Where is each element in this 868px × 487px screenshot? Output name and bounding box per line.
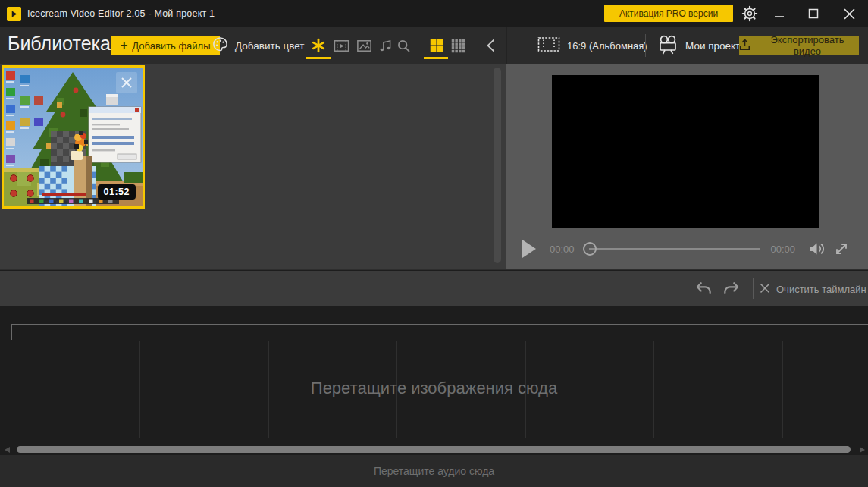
images-drop-placeholder: Перетащите изображения сюда — [0, 379, 868, 398]
filter-all-star-icon[interactable] — [309, 36, 327, 55]
undo-icon[interactable] — [694, 279, 713, 299]
main-toolbar: Библиотека + Добавить файлы Добавить цве… — [0, 27, 868, 64]
audio-drop-placeholder: Перетащите аудио сюда — [374, 465, 494, 477]
seek-slider[interactable] — [583, 241, 760, 256]
timeline-area[interactable]: Перетащите изображения сюда — [0, 306, 868, 455]
upload-icon — [739, 39, 750, 53]
audio-drop-zone[interactable]: Перетащите аудио сюда — [0, 455, 868, 487]
filter-image-icon[interactable] — [355, 36, 373, 55]
seek-knob[interactable] — [583, 242, 597, 256]
fullscreen-icon[interactable] — [832, 240, 851, 258]
view-grid-small-icon[interactable] — [449, 36, 467, 55]
library-clip-thumbnail[interactable]: 01:52 — [2, 65, 145, 209]
clip-duration-badge: 01:52 — [98, 184, 136, 200]
settings-gear-icon[interactable] — [737, 0, 763, 27]
app-window: Icecream Video Editor 2.05 - Мой проект … — [0, 0, 868, 487]
timeline-toolbar: Очистить таймлайн — [0, 271, 868, 306]
aspect-ratio-button[interactable]: 16:9 (Альбомная) — [537, 34, 647, 57]
aspect-ratio-icon — [537, 36, 560, 55]
collapse-panel-chevron-icon[interactable] — [484, 38, 497, 53]
add-color-label: Добавить цвет — [235, 40, 304, 52]
my-projects-label: Мои проекты — [685, 40, 747, 52]
clear-timeline-button[interactable]: Очистить таймлайн — [760, 279, 866, 299]
library-panel-title: Библиотека — [8, 33, 111, 55]
aspect-ratio-label: 16:9 (Альбомная) — [567, 40, 647, 52]
timeline-playhead-tick[interactable] — [11, 324, 12, 340]
search-icon[interactable] — [394, 36, 412, 55]
app-logo-icon — [7, 7, 21, 21]
activate-pro-button[interactable]: Активация PRO версии — [604, 5, 733, 22]
clear-x-icon — [760, 283, 770, 296]
maximize-button[interactable] — [801, 0, 826, 27]
plus-icon: + — [121, 39, 127, 52]
minimize-button[interactable] — [766, 0, 792, 27]
export-video-label: Экспортировать видео — [756, 34, 859, 57]
timeline-ruler — [11, 324, 868, 325]
add-color-button[interactable]: Добавить цвет — [212, 34, 304, 57]
filter-video-icon[interactable] — [332, 36, 350, 55]
add-files-button[interactable]: + Добавить файлы — [111, 36, 220, 55]
toolbar-divider — [302, 36, 302, 55]
preview-panel: 00:00 00:00 — [506, 64, 868, 270]
window-title: Icecream Video Editor 2.05 - Мой проект … — [27, 0, 215, 27]
scroll-left-arrow-icon[interactable] — [5, 447, 10, 453]
toolbar-seam — [506, 27, 507, 64]
redo-icon[interactable] — [722, 279, 741, 299]
active-filter-underline — [306, 57, 331, 59]
titlebar: Icecream Video Editor 2.05 - Мой проект … — [0, 0, 868, 27]
library-scrollbar[interactable] — [494, 68, 501, 263]
close-button[interactable] — [836, 0, 862, 27]
library-panel: 01:52 — [0, 64, 506, 270]
total-time-label: 00:00 — [765, 244, 795, 255]
player-controls: 00:00 00:00 — [522, 238, 851, 259]
clear-timeline-label: Очистить таймлайн — [776, 284, 866, 295]
export-video-button[interactable]: Экспортировать видео — [739, 36, 859, 55]
timeline-hscrollbar — [0, 446, 868, 454]
remove-clip-icon[interactable] — [116, 72, 137, 93]
volume-icon[interactable] — [807, 240, 827, 258]
video-preview-screen — [552, 75, 819, 228]
view-grid-large-icon[interactable] — [428, 36, 446, 55]
play-button[interactable] — [522, 240, 537, 258]
filter-music-icon[interactable] — [376, 36, 394, 55]
seek-track — [589, 248, 760, 250]
toolbar-divider — [418, 36, 418, 55]
movie-camera-icon — [656, 34, 679, 58]
toolbar-divider — [645, 34, 646, 57]
my-projects-button[interactable]: Мои проекты — [656, 33, 747, 58]
palette-icon — [212, 36, 229, 55]
active-view-underline — [424, 57, 448, 59]
timeline-scroll-thumb[interactable] — [17, 446, 851, 453]
scroll-right-arrow-icon[interactable] — [860, 447, 865, 453]
current-time-label: 00:00 — [550, 244, 580, 255]
timeline-toolbar-divider — [753, 278, 754, 299]
add-files-label: Добавить файлы — [132, 40, 210, 52]
